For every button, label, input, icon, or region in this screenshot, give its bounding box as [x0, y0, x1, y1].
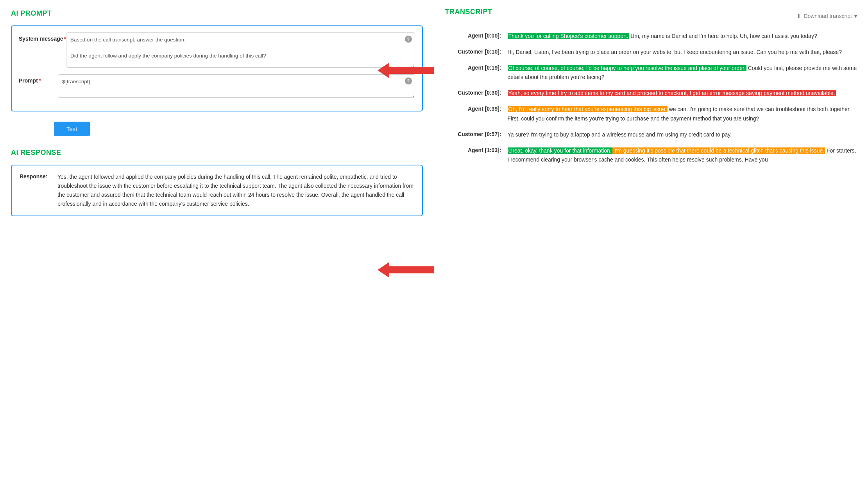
transcript-entry-5: Customer [0:57]: Ya sure? I'm trying to … — [445, 130, 857, 139]
transcript-entry-4: Agent [0:39]: Oh, I'm really sorry to he… — [445, 105, 857, 123]
ai-prompt-section: AI PROMPT System message* Based on the c… — [11, 9, 423, 136]
transcript-text-3: Yeah, so every time I try to add items t… — [508, 89, 857, 98]
download-icon: ⬇ — [796, 13, 801, 19]
speaker-label-5: Customer [0:57]: — [445, 130, 508, 137]
system-message-label: System message* — [19, 32, 66, 42]
highlight-red-3: Yeah, so every time I try to add items t… — [508, 90, 836, 96]
transcript-text-2: Of course, of course, of course, I'd be … — [508, 64, 857, 82]
response-label: Response: — [20, 172, 53, 180]
system-message-input[interactable]: Based on the call transcript, answer the… — [66, 32, 415, 68]
prompt-row: Prompt* ${transcript} ? — [19, 74, 415, 99]
speaker-label-1: Customer [0:10]: — [445, 48, 508, 55]
transcript-entry-2: Agent [0:19]: Of course, of course, of c… — [445, 64, 857, 82]
prompt-box: System message* Based on the call transc… — [11, 25, 423, 111]
highlight-green-2: Of course, of course, of course, I'd be … — [508, 65, 746, 71]
speaker-label-6: Agent [1:03]: — [445, 146, 508, 153]
response-row: Response: Yes, the agent followed and ap… — [20, 172, 414, 208]
ai-prompt-title: AI PROMPT — [11, 9, 423, 18]
required-star-prompt: * — [39, 77, 41, 84]
ai-response-section: AI RESPONSE Response: Yes, the agent fol… — [11, 149, 423, 216]
test-button[interactable]: Test — [54, 122, 90, 136]
transcript-entry-6: Agent [1:03]: Great, okay, thank you for… — [445, 146, 857, 164]
prompt-label: Prompt* — [19, 74, 58, 84]
speaker-label-0: Agent [0:00]: — [445, 32, 508, 39]
transcript-entry-3: Customer [0:30]: Yeah, so every time I t… — [445, 89, 857, 98]
transcript-text-6: Great, okay, thank you for that informat… — [508, 146, 857, 164]
response-box: Response: Yes, the agent followed and ap… — [11, 165, 423, 216]
dropdown-arrow-icon: ▾ — [854, 13, 857, 19]
prompt-input[interactable]: ${transcript} — [58, 74, 415, 98]
response-text: Yes, the agent followed and applied the … — [57, 172, 414, 208]
highlight-green-6: Great, okay, thank you for that informat… — [508, 147, 612, 154]
speaker-label-4: Agent [0:39]: — [445, 105, 508, 112]
arrow-bottom — [378, 262, 434, 278]
speaker-label-2: Agent [0:19]: — [445, 64, 508, 71]
ai-response-title: AI RESPONSE — [11, 149, 423, 157]
highlight-green-0: Thank you for calling Shopee's customer … — [508, 33, 629, 39]
system-message-row: System message* Based on the call transc… — [19, 32, 415, 69]
prompt-help-icon[interactable]: ? — [405, 77, 412, 84]
download-transcript-button[interactable]: ⬇ Download transcript ▾ — [796, 13, 857, 19]
transcript-title: TRANSCRIPT — [445, 8, 492, 16]
highlight-orange-4: Oh, I'm really sorry to hear that you're… — [508, 106, 668, 112]
prompt-wrapper: ${transcript} ? — [58, 74, 415, 99]
left-panel: AI PROMPT System message* Based on the c… — [0, 0, 434, 485]
transcript-header: TRANSCRIPT ⬇ Download transcript ▾ — [445, 8, 857, 24]
transcript-text-1: Hi, Daniel, Listen, I've been trying to … — [508, 48, 857, 57]
highlight-orange-6: I'm guessing it's possible that there co… — [612, 147, 825, 154]
arrow-top — [378, 63, 434, 78]
right-panel: TRANSCRIPT ⬇ Download transcript ▾ Agent… — [434, 0, 868, 485]
system-message-help-icon[interactable]: ? — [405, 36, 412, 43]
transcript-entry-0: Agent [0:00]: Thank you for calling Shop… — [445, 32, 857, 41]
transcript-text-5: Ya sure? I'm trying to buy a laptop and … — [508, 130, 857, 139]
speaker-label-3: Customer [0:30]: — [445, 89, 508, 96]
transcript-text-4: Oh, I'm really sorry to hear that you're… — [508, 105, 857, 123]
transcript-entry-1: Customer [0:10]: Hi, Daniel, Listen, I'v… — [445, 48, 857, 57]
transcript-text-0: Thank you for calling Shopee's customer … — [508, 32, 857, 41]
system-message-wrapper: Based on the call transcript, answer the… — [66, 32, 415, 69]
